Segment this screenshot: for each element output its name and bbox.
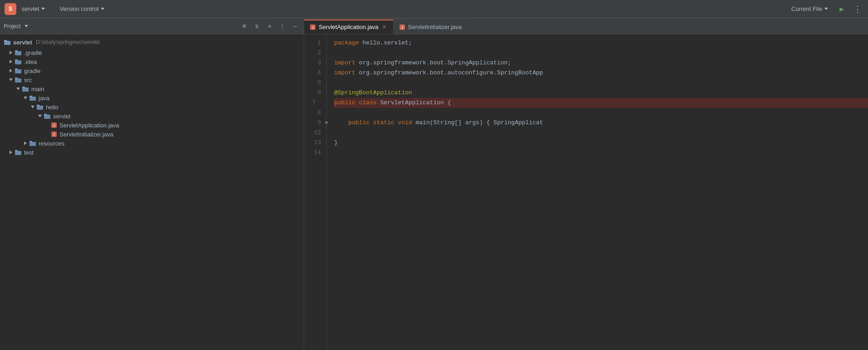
run-button[interactable]: ▶ [835, 3, 848, 15]
code-line-3: import org.springframework.boot.SpringAp… [334, 58, 868, 68]
folder-icon-servlet-folder [44, 112, 51, 120]
folder-icon-java [29, 94, 36, 102]
svg-rect-6 [15, 69, 21, 73]
editor-tabs: J ServletApplication.java ✕ J ServletIni… [304, 18, 868, 34]
line-num-2: 2 [304, 48, 321, 58]
project-root-path: D:\study\springmvc\servlet [36, 39, 100, 45]
line-num-14: 14 [304, 148, 321, 158]
tree-item-gradle-hidden[interactable]: .gradle [0, 48, 304, 57]
folder-icon-gradle-hidden [15, 49, 22, 56]
project-menu[interactable]: servlet [19, 4, 48, 14]
line-num-8: 8 [304, 108, 321, 118]
svg-rect-17 [44, 114, 47, 115]
tree-arrow-idea [7, 58, 15, 65]
project-root[interactable]: servlet D:\study\springmvc\servlet [0, 36, 304, 48]
line-num-12: 12 [304, 128, 321, 138]
tree-item-resources[interactable]: resources [0, 139, 304, 148]
folder-icon-test [15, 149, 22, 156]
tab-java-icon-init: J [399, 24, 405, 30]
tree-item-idea[interactable]: .idea [0, 57, 304, 66]
code-line-14 [334, 148, 868, 158]
tree-arrow-gradle-hidden [7, 49, 15, 56]
tree-item-servlet-initializer[interactable]: J ServletInitializer.java [0, 130, 304, 139]
line-numbers: 1 2 3 4 5 6 7 8 9 ▶ 12 13 14 [304, 34, 327, 350]
tree-arrow-hello [29, 103, 36, 111]
svg-rect-5 [15, 59, 18, 61]
tree-item-servlet-folder[interactable]: servlet [0, 112, 304, 121]
tree-item-src[interactable]: src [0, 75, 304, 84]
svg-rect-0 [4, 41, 10, 45]
line-num-13: 13 [304, 138, 321, 148]
svg-rect-12 [30, 97, 36, 101]
tab-java-icon-app: J [310, 24, 316, 30]
sidebar-close-button[interactable]: ✕ [265, 21, 275, 31]
sidebar-more-button[interactable]: ⋮ [277, 21, 287, 31]
vcs-menu[interactable]: Version control [57, 4, 107, 14]
code-content[interactable]: package hello.servlet; import org.spring… [327, 34, 868, 350]
tree-item-main[interactable]: main [0, 84, 304, 93]
svg-text:J: J [53, 124, 55, 127]
svg-rect-11 [22, 87, 25, 88]
sidebar-minimize-button[interactable]: — [290, 21, 300, 31]
svg-rect-24 [15, 151, 21, 155]
code-line-6: @SpringBootApplication [334, 88, 868, 98]
line-num-5: 5 [304, 78, 321, 88]
line-num-7: 7 [304, 98, 321, 108]
svg-rect-23 [30, 141, 32, 142]
fold-arrow[interactable]: ▶ [326, 118, 328, 128]
tree-arrow-servlet-app [44, 122, 51, 129]
current-file-button[interactable]: Current File [788, 4, 832, 14]
sidebar-header: Project ⊕ ⇅ ✕ ⋮ — [0, 18, 304, 34]
svg-rect-25 [15, 150, 18, 151]
tab-close-servlet-application[interactable]: ✕ [381, 24, 388, 30]
tree-item-gradle[interactable]: gradle [0, 66, 304, 75]
more-button[interactable]: ⋮ [852, 2, 863, 16]
code-line-9: public static void main(String[] args) {… [334, 118, 868, 128]
code-line-4: import org.springframework.boot.autoconf… [334, 68, 868, 78]
svg-rect-13 [30, 96, 32, 97]
code-line-12 [334, 128, 868, 138]
tab-servlet-application[interactable]: J ServletApplication.java ✕ [304, 19, 394, 34]
vcs-menu-chevron [101, 8, 104, 10]
svg-rect-16 [44, 115, 50, 119]
folder-icon-src [15, 76, 22, 83]
tree-arrow-servlet-folder [36, 112, 44, 120]
tree-arrow-src [7, 76, 15, 83]
tree-item-servlet-application[interactable]: J ServletApplication.java [0, 121, 304, 130]
current-file-chevron [824, 8, 828, 10]
svg-rect-3 [15, 50, 18, 52]
tree-arrow-main [15, 85, 22, 92]
sidebar-sort-button[interactable]: ⇅ [252, 21, 262, 31]
code-line-8 [334, 108, 868, 118]
svg-rect-2 [15, 51, 21, 55]
tab-servlet-initializer[interactable]: J ServletInitializer.java [394, 19, 468, 34]
code-line-5 [334, 78, 868, 88]
folder-icon-idea [15, 58, 22, 65]
svg-rect-4 [15, 60, 21, 64]
svg-rect-15 [37, 105, 39, 106]
svg-rect-10 [22, 88, 29, 92]
svg-rect-7 [15, 68, 18, 70]
editor-area: J ServletApplication.java ✕ J ServletIni… [304, 18, 868, 350]
tree-item-java[interactable]: java [0, 93, 304, 102]
tree-item-test[interactable]: test [0, 148, 304, 157]
tree-arrow-java [22, 94, 29, 102]
tree-arrow-servlet-init [44, 131, 51, 138]
folder-icon-gradle [15, 67, 22, 74]
sidebar-actions: ⊕ ⇅ ✕ ⋮ — [239, 21, 300, 31]
java-file-icon-servlet-init: J [51, 131, 57, 137]
tree-arrow-gradle [7, 67, 15, 74]
folder-icon-main [22, 85, 29, 92]
tree-arrow-test [7, 149, 15, 156]
folder-icon-hello [36, 103, 44, 111]
code-line-13: } [334, 138, 868, 148]
svg-rect-1 [4, 40, 7, 41]
sidebar-title: Project [4, 23, 28, 29]
svg-text:J: J [401, 26, 403, 29]
sidebar-locate-button[interactable]: ⊕ [239, 21, 249, 31]
tree-item-hello[interactable]: hello [0, 102, 304, 112]
sidebar-title-chevron [25, 25, 28, 27]
sidebar-tree: servlet D:\study\springmvc\servlet .grad… [0, 34, 304, 350]
tab-label-servlet-application: ServletApplication.java [319, 24, 379, 30]
line-num-9: 9 ▶ [304, 118, 321, 128]
